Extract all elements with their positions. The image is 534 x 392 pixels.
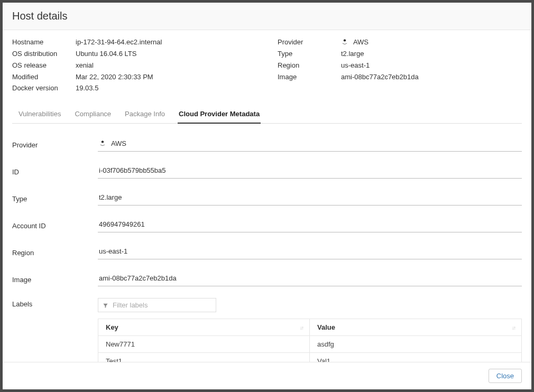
summary-label: Modified [12, 72, 76, 82]
summary-row-provider: Provider AWS [278, 38, 522, 48]
detail-provider-text: AWS [111, 139, 126, 147]
summary-label: OS release [12, 61, 76, 71]
detail-value: ami-08bc77a2c7eb2b1da [98, 271, 522, 286]
summary-row-docker-version: Docker version 19.03.5 [12, 83, 256, 94]
summary-value: AWS [341, 38, 522, 48]
aws-icon [341, 38, 348, 45]
summary-label: Image [278, 72, 341, 82]
summary-row-modified: Modified Mar 22, 2020 2:30:33 PM [12, 72, 256, 82]
modal-body: Hostname ip-172-31-94-64.ec2.internal OS… [3, 30, 531, 362]
page-title: Host details [12, 10, 522, 22]
summary-provider-text: AWS [353, 38, 369, 46]
column-header-key-text: Key [106, 323, 118, 331]
detail-row-region: Region us-east-1 [12, 244, 522, 259]
summary-label: OS distribution [12, 49, 76, 59]
tab-vulnerabilities[interactable]: Vulnerabilities [17, 106, 62, 123]
labels-table: Key ↓↑ Value ↓↑ New7771 [98, 319, 522, 362]
summary-value: ami-08bc77a2c7eb2b1da [341, 72, 522, 82]
summary-value: us-east-1 [341, 61, 522, 71]
summary-label: Type [278, 49, 341, 59]
tab-package-info[interactable]: Package Info [124, 106, 166, 123]
cell-key: Test1 [98, 353, 310, 362]
summary-label: Provider [278, 38, 341, 48]
summary-row-hostname: Hostname ip-172-31-94-64.ec2.internal [12, 38, 256, 48]
filter-icon [103, 302, 108, 308]
summary-value: Mar 22, 2020 2:30:33 PM [76, 72, 256, 82]
detail-row-type: Type t2.large [12, 190, 522, 206]
summary-value: Ubuntu 16.04.6 LTS [76, 49, 256, 59]
detail-row-labels: Labels Key ↓↑ [12, 298, 522, 362]
modal-header: Host details [3, 3, 531, 30]
summary-value: ip-172-31-94-64.ec2.internal [76, 38, 256, 48]
detail-value: t2.large [98, 190, 522, 206]
detail-label: Provider [12, 139, 98, 149]
aws-icon [99, 139, 106, 147]
detail-row-account-id: Account ID 496947949261 [12, 217, 522, 232]
detail-value: 496947949261 [98, 217, 522, 232]
sort-icon: ↓↑ [300, 324, 303, 330]
tab-compliance[interactable]: Compliance [73, 106, 112, 123]
tabs: Vulnerabilities Compliance Package Info … [12, 106, 522, 124]
detail-label: Labels [12, 298, 98, 308]
summary-value: xenial [76, 61, 256, 71]
cell-value: asdfg [310, 336, 522, 353]
summary-section: Hostname ip-172-31-94-64.ec2.internal OS… [12, 38, 522, 95]
detail-label: Account ID [12, 220, 98, 230]
detail-row-provider: Provider AWS [12, 136, 522, 152]
summary-row-region: Region us-east-1 [278, 61, 522, 71]
detail-value: AWS [98, 136, 522, 152]
summary-left-column: Hostname ip-172-31-94-64.ec2.internal OS… [12, 38, 256, 95]
detail-row-image: Image ami-08bc77a2c7eb2b1da [12, 271, 522, 286]
detail-label: Type [12, 193, 98, 203]
cloud-provider-metadata-panel: Provider AWS ID i-03f706b579bb55ba5 Type… [12, 136, 522, 362]
summary-value: 19.03.5 [76, 83, 256, 94]
cell-value: Val1 [310, 353, 522, 362]
summary-value: t2.large [341, 49, 522, 59]
labels-container: Key ↓↑ Value ↓↑ New7771 [98, 298, 522, 362]
summary-label: Docker version [12, 83, 76, 94]
cell-key: New7771 [98, 336, 310, 353]
summary-label: Hostname [12, 38, 76, 48]
column-header-value[interactable]: Value ↓↑ [310, 319, 522, 336]
detail-value: us-east-1 [98, 244, 522, 259]
column-header-value-text: Value [317, 323, 335, 331]
filter-labels-input[interactable] [113, 301, 211, 309]
tab-cloud-provider-metadata[interactable]: Cloud Provider Metadata [178, 106, 261, 123]
detail-label: Image [12, 274, 98, 284]
summary-right-column: Provider AWS Type t2.large Region us-eas… [278, 38, 522, 95]
summary-label: Region [278, 61, 341, 71]
host-details-modal: Host details Hostname ip-172-31-94-64.ec… [3, 3, 531, 389]
table-row: Test1 Val1 [98, 353, 522, 362]
modal-footer: Close [3, 362, 531, 389]
summary-row-os-release: OS release xenial [12, 61, 256, 71]
table-row: New7771 asdfg [98, 336, 522, 353]
detail-row-id: ID i-03f706b579bb55ba5 [12, 163, 522, 179]
summary-row-image: Image ami-08bc77a2c7eb2b1da [278, 72, 522, 82]
sort-icon: ↓↑ [512, 324, 515, 330]
filter-labels-box[interactable] [98, 298, 216, 312]
close-button[interactable]: Close [489, 369, 522, 383]
column-header-key[interactable]: Key ↓↑ [98, 319, 310, 336]
table-header-row: Key ↓↑ Value ↓↑ [98, 319, 522, 336]
summary-row-os-distribution: OS distribution Ubuntu 16.04.6 LTS [12, 49, 256, 59]
detail-value: i-03f706b579bb55ba5 [98, 163, 522, 179]
detail-label: Region [12, 247, 98, 257]
summary-row-type: Type t2.large [278, 49, 522, 59]
detail-label: ID [12, 166, 98, 176]
